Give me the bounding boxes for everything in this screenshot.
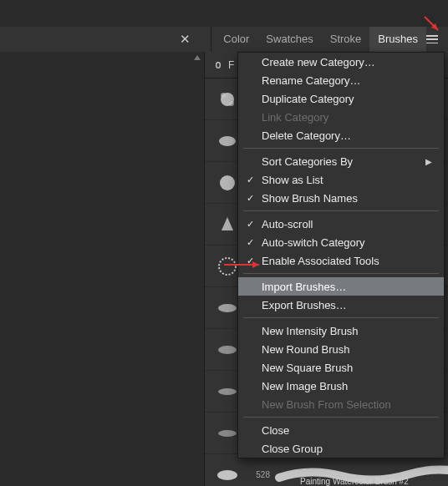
menu-new-brush-from-selection: New Brush From Selection bbox=[238, 395, 444, 413]
menu-label: Auto-scroll bbox=[262, 218, 425, 230]
tab-label: Swatches bbox=[266, 33, 313, 45]
check-icon: ✓ bbox=[238, 237, 262, 248]
svg-point-8 bbox=[218, 388, 237, 395]
menu-show-brush-names[interactable]: ✓Show Brush Names bbox=[238, 189, 444, 207]
menu-import-brushes[interactable]: Import Brushes… bbox=[238, 277, 444, 296]
tab-label: Stroke bbox=[330, 33, 362, 45]
brush-size: 528 bbox=[250, 470, 270, 479]
svg-point-4 bbox=[220, 175, 235, 190]
svg-point-2 bbox=[229, 101, 234, 106]
brush-thumb bbox=[210, 458, 245, 487]
menu-link-category: Link Category bbox=[238, 108, 444, 126]
menu-separator bbox=[243, 148, 439, 149]
menu-label: Sort Categories By bbox=[262, 155, 425, 168]
close-icon[interactable]: ✕ bbox=[180, 32, 191, 47]
annotation-arrow-import bbox=[222, 259, 267, 273]
menu-label: Delete Category… bbox=[262, 129, 425, 142]
menu-label: New Image Brush bbox=[262, 380, 425, 392]
menu-label: Enable Associated Tools bbox=[262, 255, 425, 267]
svg-point-3 bbox=[219, 136, 236, 146]
left-empty-panel bbox=[0, 52, 205, 486]
tab-color[interactable]: Color bbox=[215, 27, 257, 52]
menu-label: New Round Brush bbox=[262, 343, 425, 356]
check-icon: ✓ bbox=[238, 219, 262, 230]
check-icon: ✓ bbox=[238, 175, 262, 185]
tab-label: Color bbox=[223, 33, 249, 45]
menu-label: New Square Brush bbox=[262, 362, 425, 374]
menu-label: New Brush From Selection bbox=[262, 398, 425, 411]
menu-enable-associated-tools[interactable]: ✓Enable Associated Tools bbox=[238, 251, 444, 270]
menu-label: Show as List bbox=[262, 174, 425, 186]
svg-point-6 bbox=[218, 304, 237, 312]
svg-point-1 bbox=[221, 93, 226, 98]
svg-point-9 bbox=[218, 430, 237, 437]
menu-rename-category[interactable]: Rename Category… bbox=[238, 71, 444, 89]
menu-separator bbox=[243, 317, 439, 318]
submenu-arrow-icon: ▶ bbox=[425, 157, 434, 166]
menu-auto-scroll[interactable]: ✓Auto-scroll bbox=[238, 215, 444, 233]
brush-row[interactable]: 528 Painting Watercolor Brush #2 bbox=[205, 454, 448, 486]
link-icon[interactable] bbox=[211, 58, 225, 72]
menu-sort-categories[interactable]: Sort Categories By▶ bbox=[238, 152, 444, 170]
brush-name: Painting Watercolor Brush #2 bbox=[300, 477, 409, 486]
menu-delete-category[interactable]: Delete Category… bbox=[238, 126, 444, 144]
annotation-arrow-hamburger bbox=[421, 13, 445, 39]
svg-point-7 bbox=[218, 346, 237, 354]
svg-point-10 bbox=[217, 470, 237, 480]
menu-show-as-list[interactable]: ✓Show as List bbox=[238, 170, 444, 189]
menu-duplicate-category[interactable]: Duplicate Category bbox=[238, 89, 444, 108]
menu-close-group[interactable]: Close Group bbox=[238, 439, 444, 458]
menu-separator bbox=[243, 417, 439, 418]
menu-label: Import Brushes… bbox=[262, 281, 425, 293]
check-icon: ✓ bbox=[238, 193, 262, 204]
menu-export-brushes[interactable]: Export Brushes… bbox=[238, 296, 444, 314]
menu-create-category[interactable]: Create new Category… bbox=[238, 53, 444, 71]
panel-divider bbox=[211, 27, 211, 52]
menu-auto-switch-category[interactable]: ✓Auto-switch Category bbox=[238, 233, 444, 251]
menu-label: Export Brushes… bbox=[262, 299, 425, 311]
menu-label: Show Brush Names bbox=[262, 192, 425, 205]
menu-label: Rename Category… bbox=[262, 74, 425, 87]
svg-marker-15 bbox=[252, 261, 259, 268]
menu-separator bbox=[243, 273, 439, 274]
tab-swatches[interactable]: Swatches bbox=[257, 27, 321, 52]
menu-new-image-brush[interactable]: New Image Brush bbox=[238, 377, 444, 395]
panel-context-menu: Create new Category… Rename Category… Du… bbox=[237, 52, 445, 458]
menu-new-intensity-brush[interactable]: New Intensity Brush bbox=[238, 321, 444, 340]
menu-label: Create new Category… bbox=[262, 56, 425, 68]
menu-close[interactable]: Close bbox=[238, 421, 444, 439]
menu-label: Duplicate Category bbox=[262, 93, 425, 105]
menu-label: New Intensity Brush bbox=[262, 325, 425, 337]
scroll-up-icon[interactable] bbox=[194, 55, 201, 60]
menu-separator bbox=[243, 210, 439, 211]
tab-label: Brushes bbox=[378, 33, 418, 45]
menu-label: Link Category bbox=[262, 111, 425, 124]
menu-new-round-brush[interactable]: New Round Brush bbox=[238, 340, 444, 358]
tab-stroke[interactable]: Stroke bbox=[322, 27, 370, 52]
toolbar-label: F bbox=[228, 59, 234, 71]
menu-label: Close Group bbox=[262, 443, 425, 455]
stroke-preview: Painting Watercolor Brush #2 bbox=[275, 463, 448, 487]
menu-new-square-brush[interactable]: New Square Brush bbox=[238, 358, 444, 377]
tab-brushes[interactable]: Brushes bbox=[369, 27, 426, 52]
menu-label: Auto-switch Category bbox=[262, 236, 425, 249]
menu-label: Close bbox=[262, 424, 425, 437]
